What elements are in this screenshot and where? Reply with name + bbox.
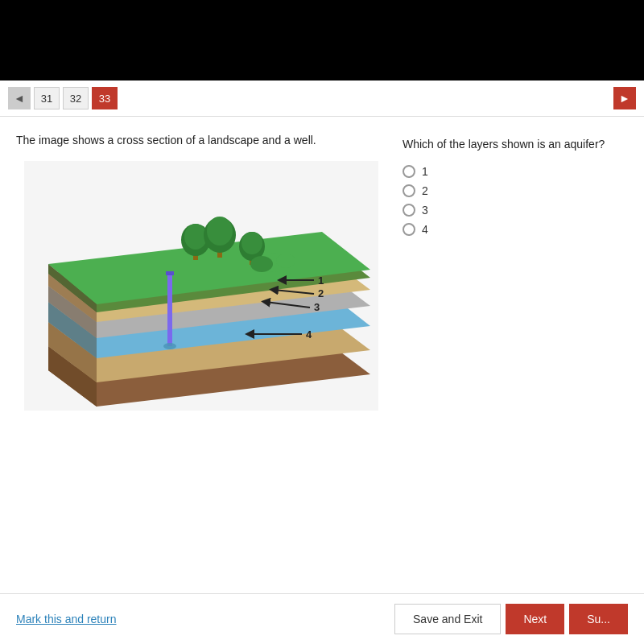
answer-options: 1 2 3 4 xyxy=(402,165,628,236)
svg-point-25 xyxy=(250,256,273,272)
radio-1[interactable] xyxy=(402,165,415,178)
svg-text:2: 2 xyxy=(318,287,324,299)
navigation-bar: ◄ 31 32 33 ► xyxy=(0,80,644,117)
landscape-image: 1 2 3 4 xyxy=(16,161,386,411)
option-label-4: 4 xyxy=(422,223,428,236)
svg-text:4: 4 xyxy=(306,328,312,341)
option-3[interactable]: 3 xyxy=(402,204,628,217)
svg-point-26 xyxy=(276,254,295,268)
option-2[interactable]: 2 xyxy=(402,184,628,197)
prev-arrow[interactable]: ◄ xyxy=(8,87,31,109)
svg-point-29 xyxy=(163,343,176,349)
radio-3[interactable] xyxy=(402,204,415,217)
svg-text:1: 1 xyxy=(318,275,324,287)
next-button[interactable]: Next xyxy=(506,604,564,634)
svg-point-17 xyxy=(184,224,207,250)
option-1[interactable]: 1 xyxy=(402,165,628,178)
svg-rect-28 xyxy=(166,271,174,275)
option-label-3: 3 xyxy=(422,204,428,217)
svg-point-20 xyxy=(207,217,233,246)
mark-return-link[interactable]: Mark this and return xyxy=(16,613,117,625)
svg-rect-27 xyxy=(167,274,172,346)
option-4[interactable]: 4 xyxy=(402,223,628,236)
submit-button[interactable]: Su... xyxy=(569,604,628,634)
page-32[interactable]: 32 xyxy=(63,87,89,109)
save-exit-button[interactable]: Save and Exit xyxy=(394,604,501,634)
option-label-1: 1 xyxy=(422,165,428,178)
page-33[interactable]: 33 xyxy=(92,87,118,109)
question-right-text: Which of the layers shown is an aquifer? xyxy=(402,137,628,153)
radio-4[interactable] xyxy=(402,223,415,236)
radio-2[interactable] xyxy=(402,184,415,197)
right-panel: Which of the layers shown is an aquifer?… xyxy=(402,133,628,411)
next-page-arrow[interactable]: ► xyxy=(613,87,636,109)
bottom-bar: Mark this and return Save and Exit Next … xyxy=(0,593,644,644)
option-label-2: 2 xyxy=(422,184,428,197)
svg-point-23 xyxy=(242,232,262,254)
left-panel: The image shows a cross section of a lan… xyxy=(16,133,386,411)
content-area: The image shows a cross section of a lan… xyxy=(0,117,644,419)
svg-text:3: 3 xyxy=(314,301,320,313)
question-left-text: The image shows a cross section of a lan… xyxy=(16,133,386,149)
bottom-buttons: Save and Exit Next Su... xyxy=(394,604,628,634)
page-31[interactable]: 31 xyxy=(34,87,60,109)
